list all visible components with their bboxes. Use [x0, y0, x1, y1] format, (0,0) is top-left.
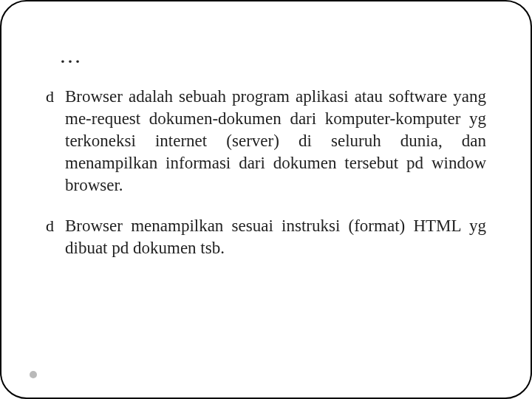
- flourish-icon: d: [46, 215, 64, 237]
- flourish-icon: d: [46, 86, 64, 108]
- bullet-item: d Browser adalah sebuah program aplikasi…: [46, 86, 486, 196]
- bullet-item: d Browser menampilkan sesuai instruksi (…: [46, 215, 486, 259]
- bullet-text: Browser adalah sebuah program aplikasi a…: [65, 86, 486, 196]
- footer-dot-icon: [30, 371, 37, 378]
- slide-title: …: [59, 43, 486, 68]
- bullet-text: Browser menampilkan sesuai instruksi (fo…: [65, 215, 486, 259]
- slide-frame: … d Browser adalah sebuah program aplika…: [0, 0, 532, 399]
